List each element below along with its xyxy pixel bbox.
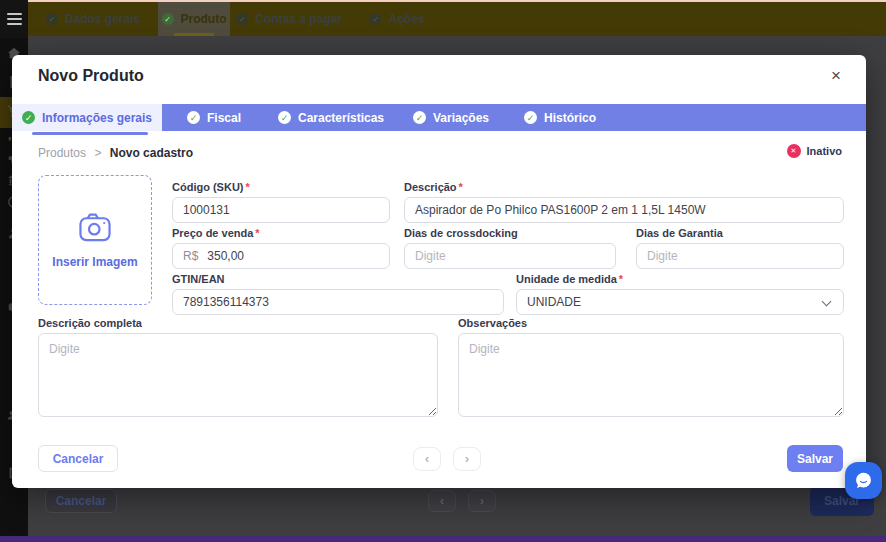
sku-input[interactable] — [172, 197, 390, 223]
camera-icon — [77, 211, 113, 243]
modal-tab-label: Histórico — [544, 111, 596, 125]
check-icon: ✓ — [369, 13, 381, 25]
modal-tab-informacoes-gerais[interactable]: ✓ Informações gerais — [12, 104, 162, 131]
field-crossdocking: Dias de crossdocking — [404, 227, 616, 269]
window-top-edge — [0, 0, 886, 2]
top-tab-dados-gerais[interactable]: ✓ Dados gerais — [28, 2, 158, 36]
modal-tab-caracteristicas[interactable]: ✓ Características — [266, 104, 396, 131]
descricao-input[interactable] — [404, 197, 844, 223]
field-label: Preço de venda* — [172, 227, 390, 239]
field-label: Código (SKU)* — [172, 181, 390, 193]
check-icon: ✓ — [413, 111, 426, 124]
required-asterisk: * — [619, 273, 623, 285]
field-label: Descrição completa — [38, 317, 438, 329]
field-label: Dias de crossdocking — [404, 227, 616, 239]
field-label: Descrição* — [404, 181, 844, 193]
background-prev-button[interactable]: ‹ — [428, 490, 456, 512]
modal-tab-label: Fiscal — [207, 111, 241, 125]
field-gtin: GTIN/EAN — [172, 273, 504, 315]
chat-icon — [853, 470, 874, 491]
field-label: GTIN/EAN — [172, 273, 504, 285]
upload-image-label: Inserir Imagem — [52, 255, 137, 269]
inactive-x-icon: ✕ — [787, 144, 801, 158]
modal-tab-historico[interactable]: ✓ Histórico — [506, 104, 614, 131]
check-icon: ✓ — [46, 13, 58, 25]
check-icon: ✓ — [236, 13, 248, 25]
preco-input[interactable]: R$ 350,00 — [172, 243, 390, 269]
breadcrumb: Produtos > Novo cadastro — [38, 146, 193, 160]
field-label: Unidade de medida* — [516, 273, 844, 285]
check-icon: ✓ — [278, 111, 291, 124]
check-icon: ✓ — [22, 111, 35, 124]
field-label: Observações — [458, 317, 844, 329]
chat-widget-button[interactable] — [845, 462, 882, 499]
currency-prefix: R$ — [183, 249, 198, 263]
descricao-completa-textarea[interactable] — [38, 333, 438, 417]
upload-image-dropzone[interactable]: Inserir Imagem — [38, 175, 152, 305]
modal-tab-fiscal[interactable]: ✓ Fiscal — [162, 104, 266, 131]
field-descricao-completa: Descrição completa — [38, 317, 438, 421]
close-icon[interactable]: × — [826, 64, 846, 88]
observacoes-textarea[interactable] — [458, 333, 844, 417]
field-label: Dias de Garantia — [636, 227, 844, 239]
unidade-selected-value: UNIDADE — [527, 295, 581, 309]
background-next-button[interactable]: › — [468, 490, 496, 512]
field-unidade: Unidade de medida* UNIDADE — [516, 273, 844, 315]
check-icon: ✓ — [524, 111, 537, 124]
top-tab-acoes[interactable]: ✓ Ações — [348, 2, 446, 36]
breadcrumb-separator: > — [94, 146, 101, 160]
modal-tabbar: ✓ Informações gerais ✓ Fiscal ✓ Caracter… — [12, 104, 866, 131]
chevron-down-icon — [822, 297, 832, 307]
crossdocking-input[interactable] — [404, 243, 616, 269]
modal-tab-label: Variações — [433, 111, 489, 125]
check-icon: ✓ — [162, 13, 174, 25]
novo-produto-modal: Novo Produto × ✓ Informações gerais ✓ Fi… — [12, 55, 866, 488]
field-garantia: Dias de Garantia — [636, 227, 844, 269]
prev-page-button[interactable]: ‹ — [413, 447, 441, 471]
top-tab-contas-a-pagar[interactable]: ✓ Contas a pagar — [230, 2, 348, 36]
field-observacoes: Observações — [458, 317, 844, 421]
background-cancel-button[interactable]: Cancelar — [45, 489, 117, 513]
top-tab-label: Ações — [388, 12, 424, 26]
bottom-purple-bar — [0, 536, 886, 542]
next-page-button[interactable]: › — [453, 447, 481, 471]
top-tab-label: Dados gerais — [65, 12, 140, 26]
required-asterisk: * — [255, 227, 259, 239]
required-asterisk: * — [245, 181, 249, 193]
modal-tab-label: Informações gerais — [42, 111, 152, 125]
save-button[interactable]: Salvar — [787, 445, 843, 472]
unidade-select[interactable]: UNIDADE — [516, 289, 844, 315]
top-tab-label: Produto — [181, 12, 227, 26]
cancel-button[interactable]: Cancelar — [38, 445, 118, 472]
field-descricao: Descrição* — [404, 181, 844, 223]
modal-tab-variacoes[interactable]: ✓ Variações — [396, 104, 506, 131]
check-icon: ✓ — [187, 111, 200, 124]
breadcrumb-current: Novo cadastro — [110, 146, 193, 160]
modal-tab-label: Características — [298, 111, 384, 125]
field-sku: Código (SKU)* — [172, 181, 390, 223]
background-topbar: ✓ Dados gerais ✓ Produto ✓ Contas a paga… — [28, 2, 886, 36]
hamburger-menu-icon[interactable] — [0, 0, 28, 38]
top-tab-produto[interactable]: ✓ Produto — [158, 2, 230, 36]
preco-value: 350,00 — [207, 249, 244, 263]
top-tab-label: Contas a pagar — [255, 12, 342, 26]
status-label: Inativo — [807, 145, 842, 157]
modal-title: Novo Produto — [38, 67, 144, 85]
field-preco: Preço de venda* R$ 350,00 — [172, 227, 390, 269]
required-asterisk: * — [459, 181, 463, 193]
status-badge[interactable]: ✕ Inativo — [787, 144, 842, 158]
breadcrumb-parent[interactable]: Produtos — [38, 146, 86, 160]
garantia-input[interactable] — [636, 243, 844, 269]
gtin-input[interactable] — [172, 289, 504, 315]
